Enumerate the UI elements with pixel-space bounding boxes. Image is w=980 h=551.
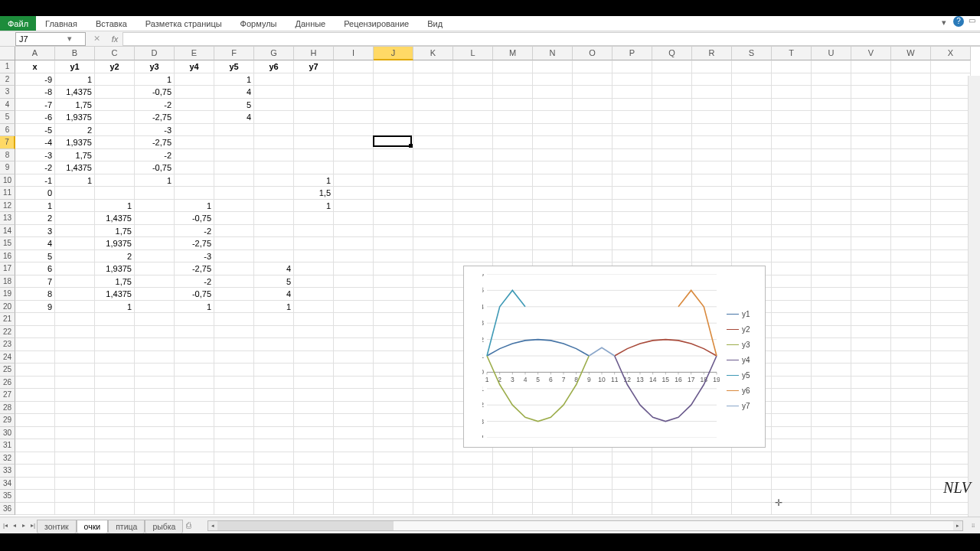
- cell-O10[interactable]: [573, 174, 612, 187]
- cell-F30[interactable]: [214, 427, 254, 440]
- cell-I18[interactable]: [334, 276, 374, 289]
- cell-L34[interactable]: [453, 478, 493, 491]
- cell-U24[interactable]: [812, 351, 851, 364]
- cell-S5[interactable]: [732, 111, 772, 124]
- cell-O35[interactable]: [573, 490, 612, 503]
- cell-U25[interactable]: [812, 364, 851, 377]
- cell-L12[interactable]: [453, 200, 493, 213]
- cell-C4[interactable]: [95, 99, 135, 112]
- cell-M9[interactable]: [493, 161, 533, 174]
- cell-G35[interactable]: [254, 490, 294, 503]
- cell-X3[interactable]: [931, 86, 971, 99]
- cell-K4[interactable]: [413, 99, 453, 112]
- cell-U32[interactable]: [812, 452, 851, 465]
- cell-K17[interactable]: [413, 262, 453, 276]
- cell-C35[interactable]: [95, 490, 135, 503]
- cell-B22[interactable]: [55, 326, 95, 339]
- row-header-32[interactable]: 32: [0, 452, 15, 465]
- cell-E11[interactable]: [175, 187, 214, 200]
- cell-N15[interactable]: [533, 237, 573, 250]
- cell-L4[interactable]: [453, 99, 493, 112]
- sheet-nav-first-icon[interactable]: |◂: [2, 520, 9, 532]
- cell-G12[interactable]: [254, 200, 294, 213]
- cell-E8[interactable]: [175, 149, 214, 162]
- cell-K31[interactable]: [413, 439, 453, 452]
- cell-U36[interactable]: [812, 503, 851, 516]
- cell-A23[interactable]: [15, 338, 55, 351]
- cell-E25[interactable]: [175, 364, 214, 377]
- cell-C3[interactable]: [95, 86, 135, 99]
- cell-E12[interactable]: 1: [175, 200, 214, 213]
- cell-I27[interactable]: [334, 389, 374, 402]
- cell-F32[interactable]: [214, 452, 254, 465]
- cell-M5[interactable]: [493, 111, 533, 124]
- cell-K19[interactable]: [413, 288, 453, 301]
- resize-grip-icon[interactable]: ⁞⁞: [966, 523, 980, 529]
- cell-J10[interactable]: [374, 174, 413, 187]
- cell-U5[interactable]: [812, 111, 851, 124]
- cell-L35[interactable]: [453, 490, 493, 503]
- cell-L9[interactable]: [453, 161, 493, 174]
- cell-G1[interactable]: y6: [254, 60, 294, 73]
- cell-M10[interactable]: [493, 174, 533, 187]
- cell-X14[interactable]: [931, 225, 971, 238]
- cell-J18[interactable]: [374, 276, 413, 289]
- cell-J1[interactable]: [374, 60, 413, 73]
- cell-W24[interactable]: [891, 351, 931, 364]
- cell-H12[interactable]: 1: [294, 200, 334, 213]
- cell-J2[interactable]: [374, 73, 413, 86]
- cell-U14[interactable]: [812, 225, 851, 238]
- cell-T28[interactable]: [772, 402, 812, 415]
- cell-S3[interactable]: [732, 86, 772, 99]
- cell-J3[interactable]: [374, 86, 413, 99]
- cell-P6[interactable]: [612, 124, 652, 137]
- cell-D7[interactable]: -2,75: [135, 136, 175, 149]
- cell-K18[interactable]: [413, 276, 453, 289]
- cell-C6[interactable]: [95, 124, 135, 137]
- cell-D27[interactable]: [135, 389, 175, 402]
- cell-E23[interactable]: [175, 338, 214, 351]
- cell-C28[interactable]: [95, 402, 135, 415]
- cell-K5[interactable]: [413, 111, 453, 124]
- cell-K10[interactable]: [413, 174, 453, 187]
- cell-F14[interactable]: [214, 225, 254, 238]
- cell-Q6[interactable]: [652, 124, 692, 137]
- cell-B21[interactable]: [55, 313, 95, 326]
- cell-N13[interactable]: [533, 212, 573, 225]
- cell-H33[interactable]: [294, 465, 334, 478]
- cell-T21[interactable]: [772, 313, 812, 326]
- cell-V11[interactable]: [851, 187, 891, 200]
- cell-D36[interactable]: [135, 503, 175, 516]
- row-header-8[interactable]: 8: [0, 149, 15, 162]
- cell-D24[interactable]: [135, 351, 175, 364]
- cell-G8[interactable]: [254, 149, 294, 162]
- cell-I1[interactable]: [334, 60, 374, 73]
- cell-O4[interactable]: [573, 99, 612, 112]
- cell-G19[interactable]: 4: [254, 288, 294, 301]
- cell-E9[interactable]: [175, 161, 214, 174]
- cell-I5[interactable]: [334, 111, 374, 124]
- cell-B6[interactable]: 2: [55, 124, 95, 137]
- cell-F31[interactable]: [214, 439, 254, 452]
- col-header-K[interactable]: K: [413, 47, 453, 60]
- cell-A29[interactable]: [15, 414, 55, 427]
- cell-B23[interactable]: [55, 338, 95, 351]
- cell-G25[interactable]: [254, 364, 294, 377]
- cell-E2[interactable]: [175, 73, 214, 86]
- row-header-3[interactable]: 3: [0, 86, 15, 99]
- cell-J4[interactable]: [374, 99, 413, 112]
- cell-B31[interactable]: [55, 439, 95, 452]
- cell-J13[interactable]: [374, 212, 413, 225]
- cell-F7[interactable]: [214, 136, 254, 149]
- cell-A18[interactable]: 7: [15, 276, 55, 289]
- cell-D17[interactable]: [135, 262, 175, 276]
- row-header-18[interactable]: 18: [0, 276, 15, 289]
- cell-R5[interactable]: [692, 111, 732, 124]
- col-header-N[interactable]: N: [533, 47, 573, 60]
- cell-X10[interactable]: [931, 174, 971, 187]
- cell-F28[interactable]: [214, 402, 254, 415]
- cell-W2[interactable]: [891, 73, 931, 86]
- cell-G26[interactable]: [254, 377, 294, 390]
- cell-S1[interactable]: [732, 60, 772, 73]
- cell-A25[interactable]: [15, 364, 55, 377]
